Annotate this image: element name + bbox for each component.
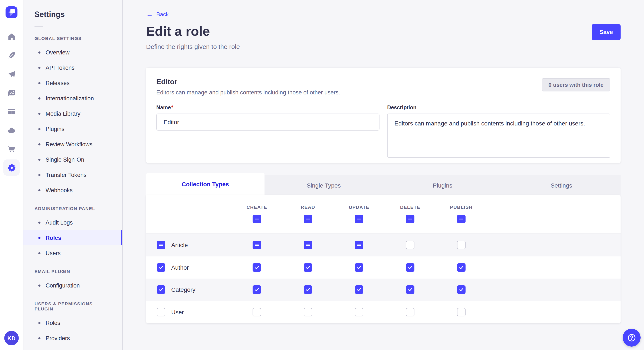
- section-items-users-permissions-plugin: RolesProviders: [24, 315, 122, 346]
- sidebar-item-overview[interactable]: Overview: [24, 45, 122, 60]
- layout-icon[interactable]: [4, 106, 20, 117]
- cloud-icon[interactable]: [4, 125, 20, 135]
- save-button[interactable]: Save: [592, 24, 620, 40]
- back-link[interactable]: ← Back: [146, 11, 169, 17]
- tab-plugins[interactable]: Plugins: [383, 175, 502, 195]
- cell-article-delete: [384, 241, 436, 249]
- feather-icon[interactable]: [4, 50, 20, 60]
- rail-icons: [0, 31, 23, 173]
- help-button[interactable]: [623, 329, 640, 347]
- checkbox-user-update[interactable]: [355, 308, 363, 316]
- cell-category-create: [231, 286, 282, 294]
- checkbox-user-read[interactable]: [304, 308, 312, 316]
- column-label: CREATE: [246, 204, 267, 210]
- checkbox-author-create[interactable]: [252, 263, 261, 272]
- section-items-global-settings: OverviewAPI TokensReleasesInternationali…: [24, 45, 122, 198]
- tab-single-types[interactable]: Single Types: [264, 175, 383, 195]
- sidebar-item-roles[interactable]: Roles: [24, 315, 122, 331]
- checkbox-author-update[interactable]: [355, 263, 363, 272]
- cart-icon[interactable]: [4, 144, 20, 154]
- checkbox-article-publish[interactable]: [457, 241, 466, 249]
- checkbox-user-delete[interactable]: [406, 308, 414, 316]
- bullet-icon: [38, 189, 40, 191]
- bullet-icon: [38, 252, 40, 254]
- sidebar-item-label: Configuration: [46, 282, 80, 289]
- checkbox-author-read[interactable]: [304, 263, 312, 272]
- checkbox-category-update[interactable]: [355, 286, 363, 294]
- sidebar-item-releases[interactable]: Releases: [24, 75, 122, 91]
- permissions-header-spacer: [146, 195, 231, 233]
- section-items-administration-panel: Audit LogsRolesUsers: [24, 215, 122, 261]
- row-label: Category: [171, 286, 196, 293]
- select-all-update-checkbox[interactable]: [355, 215, 363, 223]
- row-checkbox-article[interactable]: [157, 241, 165, 249]
- row-head-user: User: [146, 308, 231, 316]
- name-input[interactable]: [156, 114, 380, 131]
- checkbox-article-create[interactable]: [252, 241, 261, 249]
- minus-icon: [357, 219, 361, 220]
- checkbox-user-create[interactable]: [252, 308, 261, 316]
- sidebar-item-label: Audit Logs: [46, 219, 73, 226]
- settings-subnav: Settings GLOBAL SETTINGSOverviewAPI Toke…: [24, 0, 123, 350]
- select-all-delete-checkbox[interactable]: [406, 215, 414, 223]
- bullet-icon: [38, 284, 40, 286]
- minus-icon: [357, 245, 361, 246]
- description-field-group: Description Editors can manage and publi…: [387, 105, 610, 160]
- paper-plane-icon[interactable]: [4, 69, 20, 79]
- checkbox-category-read[interactable]: [304, 286, 312, 294]
- sidebar-item-review-workflows[interactable]: Review Workflows: [24, 137, 122, 152]
- sidebar-item-media-library[interactable]: Media Library: [24, 106, 122, 121]
- sidebar-item-users[interactable]: Users: [24, 245, 122, 261]
- cell-author-create: [231, 263, 282, 272]
- checkbox-author-publish[interactable]: [457, 263, 466, 272]
- tab-settings[interactable]: Settings: [502, 175, 620, 195]
- checkbox-author-delete[interactable]: [406, 263, 414, 272]
- images-icon[interactable]: [4, 88, 20, 98]
- permission-row-author: Author: [146, 256, 620, 279]
- cell-category-read: [282, 286, 334, 294]
- checkbox-article-read[interactable]: [304, 241, 312, 249]
- select-all-publish-checkbox[interactable]: [457, 215, 466, 223]
- minus-icon: [306, 245, 310, 246]
- user-avatar[interactable]: KD: [4, 331, 19, 345]
- sidebar-item-webhooks[interactable]: Webhooks: [24, 182, 122, 198]
- checkbox-user-publish[interactable]: [457, 308, 466, 316]
- sidebar-item-api-tokens[interactable]: API Tokens: [24, 60, 122, 75]
- sidebar-item-plugins[interactable]: Plugins: [24, 121, 122, 137]
- sidebar-item-roles[interactable]: Roles: [24, 230, 122, 245]
- subnav-title: Settings: [24, 0, 122, 19]
- checkbox-category-publish[interactable]: [457, 286, 466, 294]
- checkbox-category-create[interactable]: [252, 286, 261, 294]
- cell-author-delete: [384, 263, 436, 272]
- sidebar-item-configuration[interactable]: Configuration: [24, 278, 122, 293]
- sidebar-item-label: Overview: [46, 49, 70, 55]
- minus-icon: [159, 245, 163, 246]
- checkbox-article-delete[interactable]: [406, 241, 414, 249]
- bullet-icon: [38, 237, 40, 239]
- page-subtitle: Define the rights given to the role: [146, 43, 240, 50]
- sidebar-item-transfer-tokens[interactable]: Transfer Tokens: [24, 167, 122, 182]
- description-textarea[interactable]: Editors can manage and publish contents …: [387, 114, 610, 158]
- users-with-role-badge[interactable]: 0 users with this role: [542, 78, 610, 91]
- checkbox-article-update[interactable]: [355, 241, 363, 249]
- bullet-icon: [38, 128, 40, 130]
- strapi-logo-icon[interactable]: [6, 6, 18, 18]
- row-head-article: Article: [146, 241, 231, 249]
- gear-icon[interactable]: [4, 160, 20, 176]
- bullet-icon: [38, 337, 40, 339]
- tab-collection-types[interactable]: Collection Types: [146, 173, 264, 195]
- select-all-create-checkbox[interactable]: [252, 215, 261, 223]
- sidebar-item-audit-logs[interactable]: Audit Logs: [24, 215, 122, 230]
- row-checkbox-author[interactable]: [157, 263, 165, 272]
- sidebar-item-providers[interactable]: Providers: [24, 331, 122, 346]
- sidebar-item-internationalization[interactable]: Internationalization: [24, 91, 122, 106]
- row-checkbox-category[interactable]: [157, 286, 165, 294]
- row-checkbox-user[interactable]: [157, 308, 165, 316]
- checkbox-category-delete[interactable]: [406, 286, 414, 294]
- sidebar-item-label: Single Sign-On: [46, 156, 84, 163]
- icon-rail: KD: [0, 0, 24, 350]
- sidebar-item-single-sign-on[interactable]: Single Sign-On: [24, 152, 122, 167]
- column-header-publish: PUBLISH: [436, 195, 487, 233]
- select-all-read-checkbox[interactable]: [304, 215, 312, 223]
- home-icon[interactable]: [4, 31, 20, 42]
